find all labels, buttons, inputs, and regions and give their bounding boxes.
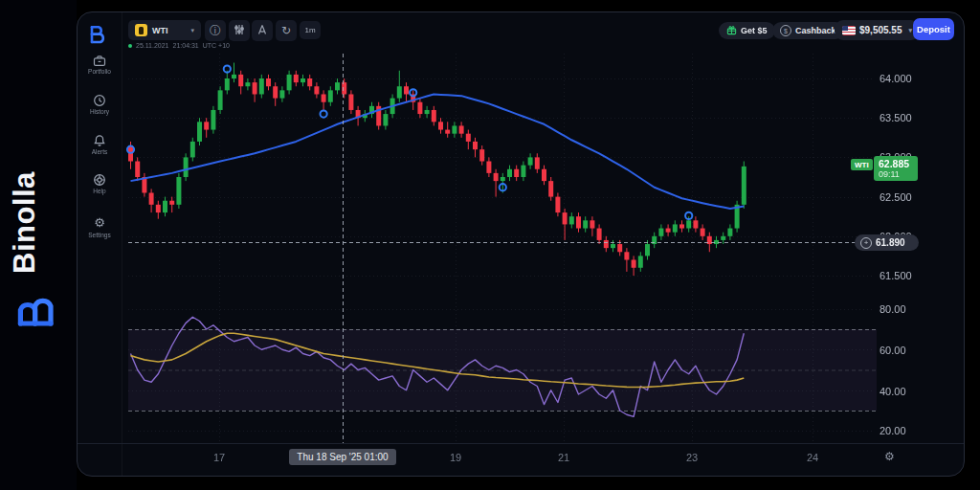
symbol-tag: WTI (851, 159, 873, 170)
deposit-button[interactable]: Deposit (913, 18, 954, 40)
sidebar-item-settings[interactable]: ⚙ Settings (78, 213, 122, 238)
osc-axis-label: 20.00 (880, 425, 906, 436)
cashback-button[interactable]: $ Cashback (772, 22, 844, 39)
deposit-label: Deposit (917, 24, 950, 34)
osc-axis-label: 60.00 (880, 345, 906, 356)
live-dot-icon (128, 44, 132, 48)
trading-card: Portfolio History Alerts Help ⚙ Settings (77, 11, 965, 477)
osc-axis-label: 40.00 (880, 386, 906, 397)
balance-selector[interactable]: $9,505.55 ▾ (835, 20, 920, 40)
crosshair-price: 61.890 (876, 237, 905, 248)
crosshair-time-pill: Thu 18 Sep '25 01:00 (289, 449, 396, 465)
balance-amount: $9,505.55 (859, 25, 902, 35)
price-axis-label: 62.500 (880, 191, 912, 203)
asset-symbol: WTI (152, 26, 168, 35)
time-axis-divider (78, 443, 965, 444)
plus-circle-icon: + (860, 237, 872, 249)
timestamp-time: 21:04:31 (173, 42, 199, 49)
refresh-button[interactable]: ↻ (276, 20, 297, 41)
time-axis-label: 23 (686, 452, 698, 463)
timestamp-date: 25.11.2021 (136, 42, 169, 49)
gift-icon (726, 25, 737, 37)
get-bonus-label: Get $5 (741, 26, 768, 35)
price-axis-label: 64.000 (880, 73, 912, 84)
us-flag-icon (842, 26, 856, 35)
crosshair-time: Thu 18 Sep '25 01:00 (297, 452, 388, 462)
gear-icon: ⚙ (94, 215, 105, 230)
info-button[interactable]: ⓘ (205, 20, 226, 41)
chart-canvas[interactable] (78, 12, 965, 477)
chart-settings-gear-icon[interactable]: ⚙ (884, 450, 895, 463)
clock-icon (78, 94, 122, 107)
sidebar-item-help[interactable]: Help (78, 173, 122, 194)
chart-timestamp: 25.11.2021 21:04:31 UTC +10 (128, 42, 230, 49)
price-axis-label: 63.500 (880, 112, 912, 123)
time-axis-label: 21 (558, 452, 569, 463)
price-axis-label: 61.500 (880, 270, 912, 281)
last-price-time: 09:11 (879, 169, 918, 179)
crosshair-price-pill[interactable]: + 61.890 (855, 234, 919, 251)
sidebar-item-label: Portfolio (78, 68, 122, 75)
timeframe-button[interactable]: 1m (300, 21, 321, 39)
time-axis-label: 17 (213, 452, 225, 463)
timestamp-timezone: UTC +10 (203, 42, 230, 49)
cashback-label: Cashback (795, 26, 836, 35)
chevron-down-icon: ▾ (909, 27, 913, 34)
bell-icon (78, 134, 122, 147)
sidebar-item-label: Settings (78, 232, 122, 238)
time-axis-label: 24 (807, 452, 818, 463)
indicators-button[interactable] (229, 20, 250, 41)
binolla-logo-icon (16, 287, 58, 329)
sidebar-item-alerts[interactable]: Alerts (78, 134, 122, 155)
drawing-tools-button[interactable] (252, 20, 273, 41)
sidebar-item-label: Alerts (78, 148, 122, 155)
brand-strip: Binolla (0, 0, 77, 490)
asset-selector[interactable]: WTI ▾ (128, 20, 201, 40)
lifebuoy-icon (78, 173, 122, 187)
chevron-down-icon: ▾ (190, 27, 194, 34)
sidebar-item-label: Help (78, 188, 122, 194)
cashback-icon: $ (780, 25, 791, 36)
sidebar-divider (122, 12, 122, 477)
last-price: 62.885 (879, 158, 918, 169)
time-axis-label: 19 (450, 452, 461, 463)
indicators-icon (234, 24, 245, 38)
oil-barrel-icon (135, 24, 147, 36)
last-price-badge: 62.885 09:11 (874, 156, 918, 181)
briefcase-icon (78, 55, 122, 67)
refresh-icon: ↻ (281, 24, 291, 37)
sidebar-item-portfolio[interactable]: Portfolio (78, 55, 122, 75)
info-icon: ⓘ (210, 23, 221, 39)
sidebar-item-history[interactable]: History (78, 94, 122, 115)
compass-icon (256, 24, 268, 38)
app-logo-icon (89, 23, 110, 50)
timeframe-label: 1m (304, 26, 315, 34)
brand-name: Binolla (8, 142, 67, 304)
get-bonus-button[interactable]: Get $5 (719, 22, 775, 39)
osc-axis-label: 80.00 (880, 303, 906, 315)
sidebar-item-label: History (78, 108, 122, 115)
